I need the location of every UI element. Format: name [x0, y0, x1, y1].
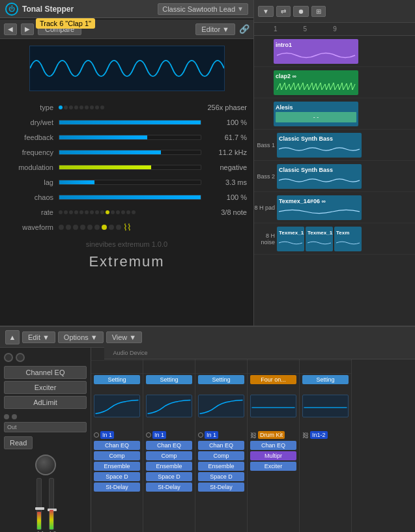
lag-param-row: lag 3.3 ms	[7, 175, 247, 189]
rate-dots[interactable]	[59, 210, 201, 214]
ch1-input-row: In 1	[91, 430, 143, 440]
waveform-opt-8[interactable]	[109, 225, 114, 230]
power-button[interactable]: ⏻	[5, 3, 18, 16]
view-button[interactable]: View ▼	[106, 331, 143, 343]
waveform-opt-3[interactable]	[73, 225, 78, 230]
type-dot-6[interactable]	[85, 105, 89, 109]
ch4-fx-multipr[interactable]: Multipr	[250, 451, 296, 460]
type-dot-5[interactable]	[79, 105, 83, 109]
fader-track-1[interactable]	[36, 478, 42, 530]
waveform-opt-7[interactable]	[102, 225, 107, 230]
waveform-opt-1[interactable]	[59, 225, 64, 230]
record-button[interactable]: ⏺	[293, 6, 309, 17]
drywet-slider[interactable]	[59, 120, 201, 125]
ch5-input-label: In1-2	[310, 431, 328, 439]
ch3-fx-stdelay[interactable]: St-Delay	[198, 483, 244, 492]
filter-button[interactable]: ⊞	[311, 6, 326, 17]
ch1-setting-btn[interactable]: Setting	[94, 375, 140, 384]
clip-bass2[interactable]: Classic Synth Bass	[277, 164, 362, 189]
ch4-input-row: ⛓ Drum Kit	[248, 430, 299, 440]
next-preset-button[interactable]: ▶	[21, 23, 34, 35]
clip-8hnoise-2[interactable]: Texmex_1:	[306, 227, 333, 251]
ch3-fx-ensemble[interactable]: Ensemble	[198, 462, 244, 471]
type-dot-3[interactable]	[69, 105, 73, 109]
editor-button[interactable]: Editor ▼	[195, 23, 235, 35]
type-dot-2[interactable]	[64, 105, 68, 109]
ch1-fx-spaced[interactable]: Space D	[94, 472, 140, 481]
ch3-input-dot[interactable]	[198, 432, 203, 438]
waveform-opt-5[interactable]	[87, 225, 93, 230]
ch1-input-dot[interactable]	[94, 432, 99, 438]
drywet-bar	[59, 120, 201, 124]
ch2-setting-btn[interactable]: Setting	[146, 375, 192, 384]
fader-thumb-1[interactable]	[35, 507, 44, 510]
waveform-selector[interactable]: ⌇⌇	[59, 222, 131, 232]
type-dot-8[interactable]	[95, 105, 99, 109]
type-dot-4[interactable]	[74, 105, 78, 109]
waveform-opt-2[interactable]	[66, 225, 71, 230]
clip-intro1[interactable]: intro1	[274, 39, 358, 64]
ch2-input-dot[interactable]	[146, 432, 151, 438]
read-button[interactable]: Read	[4, 436, 33, 449]
track-clip-area-8hpad: Texmex_14#06 ∞	[277, 192, 415, 223]
clip-8hpad[interactable]: Texmex_14#06 ∞	[277, 195, 362, 220]
clip-8hnoise-3[interactable]: Texm	[334, 227, 362, 251]
waveform-opt-9[interactable]	[116, 225, 121, 230]
ch2-fx-ensemble[interactable]: Ensemble	[146, 462, 192, 471]
clip-alesis[interactable]: Alesis - -	[274, 102, 358, 126]
bounce-button[interactable]: ⇄	[276, 6, 291, 17]
mixer-area: Channel EQ Exciter AdLimit Out Read	[0, 348, 415, 532]
ch4-setting-btn[interactable]: Four on...	[250, 375, 296, 384]
waveform-opt-4[interactable]	[80, 225, 85, 230]
type-dots[interactable]	[59, 105, 201, 109]
ch3-fx-chaneq[interactable]: Chan EQ	[198, 441, 244, 450]
channel-eq-button[interactable]: Channel EQ	[4, 366, 87, 379]
type-dot-1[interactable]	[59, 105, 63, 109]
ch5-setting-btn[interactable]: Setting	[302, 375, 349, 384]
clip-bass1[interactable]: Classic Synth Bass	[277, 133, 362, 158]
output-label: Out	[5, 424, 17, 430]
modulation-slider[interactable]	[59, 165, 201, 170]
options-button[interactable]: Options ▼	[58, 331, 104, 343]
ch2-fx-chaneq[interactable]: Chan EQ	[146, 441, 192, 450]
ch2-fx-spaced[interactable]: Space D	[146, 472, 192, 481]
ch3-fx-spaced[interactable]: Space D	[198, 472, 244, 481]
scroll-down-button[interactable]: ▼	[258, 6, 274, 17]
adlimit-button[interactable]: AdLimit	[4, 396, 87, 409]
ch2-fx-stdelay[interactable]: St-Delay	[146, 483, 192, 492]
ch3-eq-display	[198, 395, 244, 417]
ch1-fx-chaneq[interactable]: Chan EQ	[94, 441, 140, 450]
link-icon[interactable]: 🔗	[239, 24, 250, 34]
exciter-button[interactable]: Exciter	[4, 381, 87, 394]
preset-dropdown-icon[interactable]: ▼	[237, 5, 244, 12]
prev-preset-button[interactable]: ◀	[4, 23, 17, 35]
ch4-fx-exciter[interactable]: Exciter	[250, 462, 296, 471]
scroll-up-button[interactable]: ▲	[5, 330, 20, 344]
clip-clap2[interactable]: clap2 ∞	[274, 70, 358, 95]
chaos-slider[interactable]	[59, 195, 201, 200]
audio-device-label: Audio Device	[104, 350, 156, 356]
type-dot-9[interactable]	[100, 105, 104, 109]
edit-button[interactable]: Edit ▼	[22, 331, 55, 343]
ch1-fx-stdelay[interactable]: St-Delay	[94, 483, 140, 492]
type-dot-7[interactable]	[90, 105, 94, 109]
drywet-label: dry/wet	[7, 119, 59, 126]
lag-slider[interactable]	[59, 180, 201, 185]
channel-strip-1: Setting In 1 Chan EQ Comp Ensemble Space…	[91, 348, 143, 532]
ch2-input-row: In 1	[143, 430, 195, 440]
fader-track-2[interactable]	[49, 478, 54, 530]
main-knob[interactable]	[35, 455, 56, 475]
ch2-fx-comp[interactable]: Comp	[146, 451, 192, 460]
waveform-opt-6[interactable]	[94, 225, 100, 230]
ch4-fx-chaneq[interactable]: Chan EQ	[250, 441, 296, 450]
plugin-name: Tonal Stepper	[22, 5, 154, 14]
frequency-slider[interactable]	[59, 150, 201, 155]
clip-name-bass1: Classic Synth Bass	[279, 135, 333, 142]
ch3-setting-btn[interactable]: Setting	[198, 375, 244, 384]
ch1-fx-comp[interactable]: Comp	[94, 451, 140, 460]
clip-8hnoise-1[interactable]: Texmex_1:	[277, 227, 304, 251]
ch1-fx-ensemble[interactable]: Ensemble	[94, 462, 140, 471]
frequency-param-row: frequency 11.2 kHz	[7, 145, 247, 160]
feedback-slider[interactable]	[59, 135, 201, 140]
ch3-fx-comp[interactable]: Comp	[198, 451, 244, 460]
